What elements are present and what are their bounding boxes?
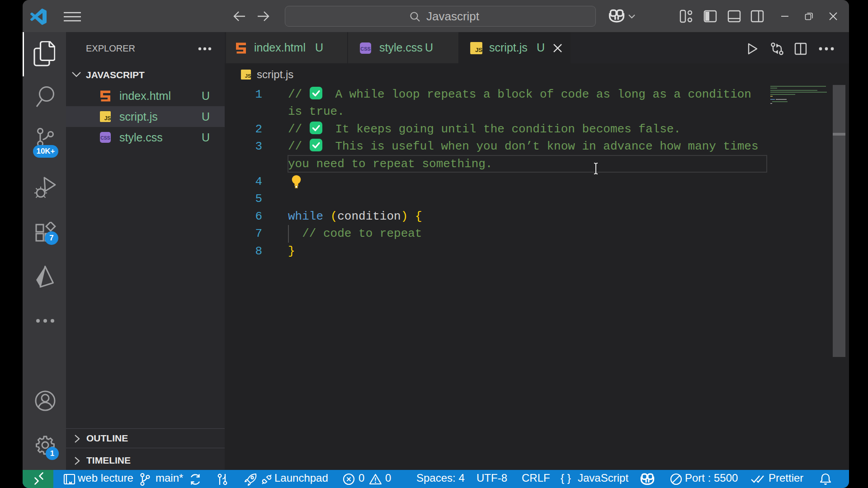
svg-text:CSS: CSS (360, 46, 370, 52)
svg-text:JS: JS (104, 115, 111, 122)
svg-text:CSS: CSS (100, 135, 110, 141)
svg-text:JS: JS (245, 73, 251, 79)
svg-text:JS: JS (475, 47, 482, 53)
